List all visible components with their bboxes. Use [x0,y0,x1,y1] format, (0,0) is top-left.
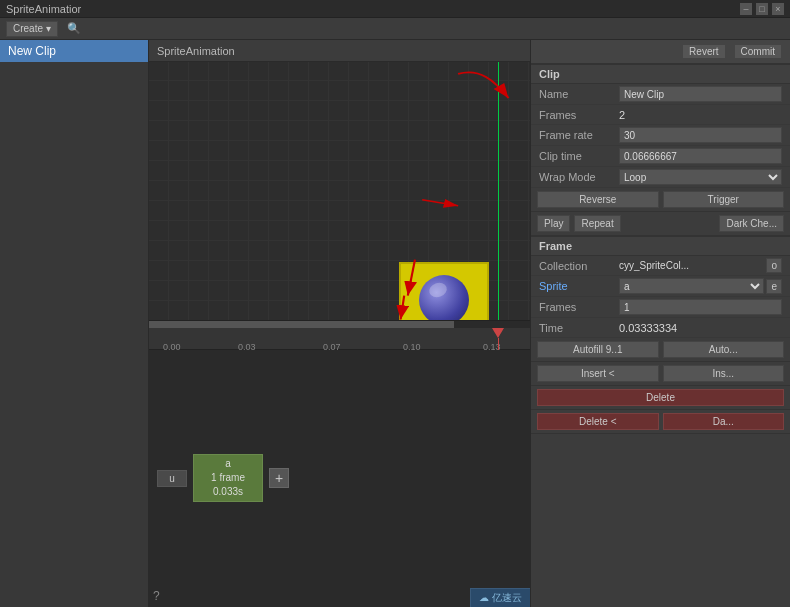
autofill-button[interactable]: Autofill 9..1 [537,341,659,358]
canvas-header: SpriteAnimation [149,40,530,62]
clip-section-title: Clip [531,64,790,84]
insert-row: Insert < Ins... [531,362,790,386]
collection-btn[interactable]: o [766,258,782,273]
track-clip[interactable]: a 1 frame 0.033s [193,454,263,502]
da-button[interactable]: Da... [663,413,785,430]
delete-row: Delete [531,386,790,410]
time-value: 0.03333334 [619,322,782,334]
clip-frames-label: Frames [539,109,619,121]
window-controls: – □ × [740,3,784,15]
clip-framerate-row: Frame rate [531,125,790,146]
collection-label: Collection [539,260,619,272]
panel-header: Revert Commit [531,40,790,64]
track-clip-sub: 1 frame [200,471,256,485]
reverse-button[interactable]: Reverse [537,191,659,208]
add-track-button[interactable]: + [269,468,289,488]
delete-button[interactable]: Delete [537,389,784,406]
collection-value: cyy_SpriteCol... [619,260,766,271]
close-button[interactable]: × [772,3,784,15]
delete-lt-button[interactable]: Delete < [537,413,659,430]
canvas-viewport[interactable]: android [149,62,530,320]
clip-name-input[interactable] [619,86,782,102]
scrollbar-thumb[interactable] [149,321,454,328]
timeline-ruler: 0.00 0.03 0.07 0.10 0.13 0.17 0.20 0.23 [149,328,530,350]
track-clip-time: 0.033s [200,485,256,499]
clip-time-row: Clip time [531,146,790,167]
time-label: Time [539,322,619,334]
time-row: Time 0.03333334 [531,318,790,338]
timeline-tracks: ? u a 1 frame 0.033s + ☁ 亿速云 [149,350,530,608]
playhead-triangle [492,328,504,338]
revert-button[interactable]: Revert [682,44,725,59]
right-panel: Revert Commit Clip Name Frames 2 Frame r… [530,40,790,607]
sidebar-item-new-clip[interactable]: New Clip [0,40,148,62]
clip-framerate-input[interactable] [619,127,782,143]
auto-button[interactable]: Auto... [663,341,785,358]
toolbar: Create ▾ 🔍 [0,18,790,40]
create-button[interactable]: Create ▾ [6,21,58,37]
frame-frames-label: Frames [539,301,619,313]
sprite-frame[interactable]: android [399,262,489,320]
wrap-mode-row: Wrap Mode Loop [531,167,790,188]
track-u-button[interactable]: u [157,470,187,487]
title-bar: SpriteAnimatior – □ × [0,0,790,18]
ins-button[interactable]: Ins... [663,365,785,382]
sprite-row-label: Sprite [539,280,619,292]
wrap-mode-label: Wrap Mode [539,171,619,183]
autofill-row: Autofill 9..1 Auto... [531,338,790,362]
timeline-scrollbar[interactable] [149,320,530,328]
play-row: Play Repeat Dark Che... [531,212,790,236]
sprite-row: Sprite a e [531,276,790,297]
dark-check-button[interactable]: Dark Che... [719,215,784,232]
sidebar: New Clip [0,40,149,607]
track-clip-label: a [200,457,256,471]
vertical-guide-line [498,62,499,320]
clip-frames-row: Frames 2 [531,105,790,125]
minimize-button[interactable]: – [740,3,752,15]
main-layout: New Clip SpriteAnimation android [0,40,790,607]
frame-frames-row: Frames [531,297,790,318]
search-icon[interactable]: 🔍 [66,21,82,37]
clip-name-row: Name [531,84,790,105]
collection-row: Collection cyy_SpriteCol... o [531,256,790,276]
frame-section-title: Frame [531,236,790,256]
clip-time-label: Clip time [539,150,619,162]
play-button[interactable]: Play [537,215,570,232]
frame-frames-input[interactable] [619,299,782,315]
window-title: SpriteAnimatior [6,3,81,15]
clip-framerate-label: Frame rate [539,129,619,141]
commit-button[interactable]: Commit [734,44,782,59]
watermark-logo-icon: ☁ [479,592,489,603]
clip-frames-value: 2 [619,109,782,121]
wrap-mode-select[interactable]: Loop [619,169,782,185]
help-mark[interactable]: ? [153,589,160,603]
insert-button[interactable]: Insert < [537,365,659,382]
watermark-text: 亿速云 [492,592,522,603]
delete-lt-row: Delete < Da... [531,410,790,434]
watermark: ☁ 亿速云 [470,588,530,607]
repeat-button[interactable]: Repeat [574,215,620,232]
sprite-select[interactable]: a [619,278,764,294]
canvas-header-label: SpriteAnimation [157,45,235,57]
reverse-trigger-row: Reverse Trigger [531,188,790,212]
trigger-button[interactable]: Trigger [663,191,785,208]
canvas-area: SpriteAnimation android [149,40,530,607]
clip-name-label: Name [539,88,619,100]
clip-time-input[interactable] [619,148,782,164]
maximize-button[interactable]: □ [756,3,768,15]
sprite-ball-icon [419,275,469,320]
sprite-btn[interactable]: e [766,279,782,294]
